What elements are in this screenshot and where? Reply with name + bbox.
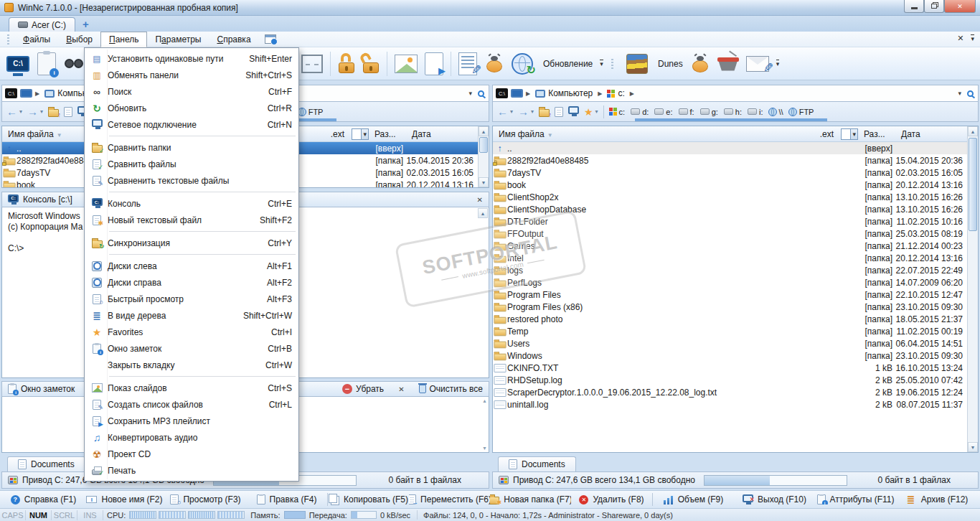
desktop-icon[interactable] (20, 89, 32, 98)
menu-item-favorites[interactable]: ★FavoritesCtrl+I (85, 324, 298, 340)
toolbar-overflow-icon[interactable]: ▾ (600, 60, 603, 67)
menu-item-network-connection[interactable]: Сетевое подключениеCtrl+N (85, 116, 298, 133)
file-row[interactable]: Windows[папка]23.10.2015 09:30 (493, 349, 978, 362)
bug-toolbar-button[interactable] (690, 55, 710, 73)
file-row[interactable]: Temp[папка]11.02.2015 00:19 (493, 325, 978, 337)
menu-item-cd-project[interactable]: ☢Проект CD (85, 446, 298, 462)
search-icon[interactable] (967, 90, 974, 97)
fkey-f9-button[interactable]: Объем (F9) (653, 494, 734, 504)
forward-history-icon[interactable]: ▾ (40, 108, 43, 115)
column-date[interactable]: Дата (901, 129, 967, 139)
desktop-view-icon[interactable] (568, 106, 579, 114)
menu-item-refresh[interactable]: ↻ОбновитьCtrl+R (85, 100, 298, 116)
menu-item-set-same-paths[interactable]: ▤Установить одинаковые путиShift+Enter (85, 50, 298, 67)
drive-e-button[interactable]: e: (654, 108, 672, 116)
back-button[interactable]: ← (6, 106, 17, 117)
clear-all-notes-button[interactable]: Очистить все (419, 384, 483, 394)
list-view-icon[interactable] (555, 107, 563, 117)
minimize-button[interactable] (904, 0, 924, 13)
column-ext[interactable]: .ext (805, 129, 834, 139)
favorites-icon[interactable]: ★ (584, 106, 593, 118)
menu-item-notes-window[interactable]: iОкно заметокCtrl+B (85, 340, 298, 357)
network-button[interactable]: \\ (768, 108, 783, 116)
file-row[interactable]: Program Files[папка]22.10.2015 12:47 (493, 288, 978, 301)
fkey-f1-button[interactable]: Справка (F1) (3, 494, 84, 504)
menu-item-compare-text-files[interactable]: ✎Сравненить текстовые файлы (85, 172, 298, 189)
file-row[interactable]: ScraperDecryptor.1.0.0.0_19.06.2015_12.2… (493, 386, 978, 398)
ftp-button[interactable]: FTP (298, 108, 324, 116)
list-view-icon[interactable] (64, 107, 72, 117)
drive-f-button[interactable]: f: (679, 108, 694, 116)
file-row[interactable]: book[папка]20.12.2014 13:16 (493, 179, 978, 191)
file-row[interactable]: 2882f92fad40e88485[папка]15.04.2015 20:3… (493, 154, 978, 166)
right-list-scrollbar[interactable]: ▲▼ (967, 126, 978, 452)
fkey-f5-button[interactable]: Копировать (F5) (328, 494, 409, 505)
back-history-icon[interactable]: ▾ (510, 108, 513, 115)
file-row[interactable]: ↑..[вверх] (493, 142, 978, 154)
update-label[interactable]: Обновление (543, 59, 593, 69)
ftp-button[interactable]: FTP (788, 108, 814, 116)
ext-filter-combo[interactable] (841, 128, 858, 140)
fkey-f7-button[interactable]: ✱Новая папка (F7) (490, 494, 571, 504)
breadcrumb-dropdown-icon[interactable]: ▾ (468, 90, 472, 97)
fkey-f6-button[interactable]: →Переместить (F6) (409, 494, 490, 504)
menubar-item-4[interactable]: Параметры (147, 32, 209, 47)
bug-report-toolbar-button[interactable] (484, 55, 504, 73)
search-icon[interactable] (478, 90, 484, 97)
fkey-f8-button[interactable]: Удалить (F8) (571, 494, 652, 504)
file-row[interactable]: RHDSetup.log2 kB25.05.2010 07:42 (493, 374, 978, 386)
menu-item-tree-view[interactable]: ≣В виде дереваShift+Ctrl+W (85, 307, 298, 324)
drive-g-button[interactable]: g: (700, 108, 718, 116)
menubar-item-5[interactable]: Справка (209, 32, 258, 47)
drive-d-button[interactable]: d: (631, 108, 649, 116)
breadcrumb-computer[interactable]: Компьютер (533, 88, 595, 99)
column-date[interactable]: Дата (412, 129, 478, 139)
forward-button[interactable]: → (27, 106, 38, 117)
file-row[interactable]: logs[папка]22.07.2015 22:49 (493, 264, 978, 276)
menubar-item-1[interactable]: Файлы (15, 32, 58, 47)
breadcrumb-drive-c[interactable]: c: (605, 88, 626, 99)
menubar-item-3[interactable]: Панель (100, 32, 147, 47)
menu-item-close-tab[interactable]: Закрыть вкладкуCtrl+W (85, 357, 298, 373)
notes-scroll-up-icon[interactable]: ▲ (482, 398, 487, 403)
menubar-overflow-icon[interactable]: ▾ (971, 34, 974, 42)
file-row[interactable]: Intel[папка]20.12.2014 13:16 (493, 252, 978, 264)
fkey-f12-button[interactable]: ≣Архив (F12) (896, 494, 977, 505)
shop-basket-button[interactable] (717, 55, 739, 72)
menu-item-compare-folders[interactable]: ✓Сравнить папки (85, 139, 298, 156)
notes-scroll-down-icon[interactable]: ▼ (482, 446, 487, 451)
help-window-icon[interactable] (265, 34, 276, 44)
dunes-label[interactable]: Dunes (658, 59, 683, 69)
ext-filter-combo[interactable] (352, 128, 369, 140)
menu-item-disks-right[interactable]: Диски справаAlt+F2 (85, 274, 298, 291)
restore-button[interactable] (924, 0, 944, 13)
forward-button[interactable]: → (518, 106, 529, 117)
close-button[interactable]: ✕ (944, 0, 976, 13)
breadcrumb-dropdown-icon[interactable]: ▾ (958, 90, 961, 97)
c-drive-chip-icon[interactable]: C:\ (5, 88, 17, 98)
unlock-toolbar-button[interactable] (362, 53, 380, 75)
file-row[interactable]: ClientShop2x[папка]13.10.2015 16:26 (493, 191, 978, 203)
console-toolbar-button[interactable]: C:\ (6, 53, 30, 75)
file-row[interactable]: FFOutput[папка]25.03.2015 08:19 (493, 227, 978, 240)
menu-item-compare-files[interactable]: ✓Сравнить файлы (85, 156, 298, 172)
file-row[interactable]: Users[папка]06.04.2015 14:51 (493, 337, 978, 349)
column-ext[interactable]: .ext (316, 129, 344, 139)
favorites-dropdown-icon[interactable]: ▾ (595, 108, 598, 115)
folder-up-button[interactable]: ↑ (48, 109, 59, 117)
menu-item-search[interactable]: ∞ПоискCtrl+F (85, 83, 298, 100)
column-size[interactable]: Раз... (864, 129, 901, 139)
forward-history-icon[interactable]: ▾ (531, 108, 534, 115)
back-history-icon[interactable]: ▾ (19, 108, 22, 115)
toolbar-overflow-icon[interactable]: ▾ (776, 60, 780, 67)
tab-acer-c[interactable]: Acer (C:) (9, 17, 75, 32)
close-console-icon[interactable]: ✕ (477, 196, 483, 204)
file-row[interactable]: ClientShopDatabase[папка]13.10.2015 16:2… (493, 203, 978, 215)
file-row[interactable]: 7daysTV[папка]02.03.2015 16:05 (493, 166, 978, 179)
back-button[interactable]: ← (497, 106, 508, 117)
new-tab-button[interactable]: + (83, 19, 89, 29)
column-size[interactable]: Раз... (374, 129, 412, 139)
menu-item-create-file-list[interactable]: ✎Создать список файловCtrl+L (85, 396, 298, 413)
menu-item-console[interactable]: КонсольCtrl+E (85, 195, 298, 212)
column-name[interactable]: Имя файла▼ (493, 129, 805, 139)
